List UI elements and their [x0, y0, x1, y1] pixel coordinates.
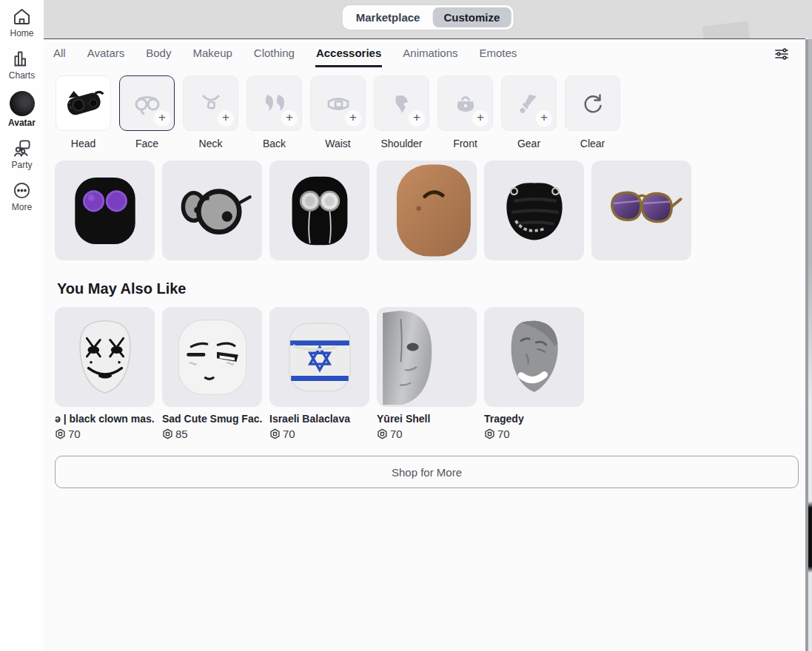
sad-smug-face-thumbnail — [168, 313, 257, 402]
tab-accessories[interactable]: Accessories — [315, 40, 382, 67]
item-price: 70 — [269, 428, 369, 440]
refresh-icon — [580, 91, 605, 116]
recommendation-card-yurei-shell[interactable] — [377, 307, 477, 407]
more-ellipsis-icon — [12, 181, 32, 200]
slot-label: Waist — [325, 138, 350, 149]
purple-aviator-sunglasses-thumbnail — [600, 169, 683, 252]
recommendation-item[interactable]: Tragedy 70 — [484, 307, 584, 440]
add-item-badge: + — [409, 110, 425, 127]
price-value: 85 — [175, 428, 188, 440]
recommendation-item[interactable]: ə | black clown mas... 70 — [55, 307, 155, 440]
vertical-scrollbar[interactable] — [805, 39, 808, 651]
slot-waist[interactable]: + Waist — [310, 75, 366, 149]
robux-icon — [269, 428, 281, 439]
slot-card-clear[interactable] — [565, 75, 620, 131]
slot-label: Shoulder — [380, 138, 422, 149]
tan-head-closed-eyes-thumbnail — [377, 161, 477, 260]
slot-card-neck[interactable]: + — [183, 75, 238, 131]
black-mask-purple-goggles-thumbnail — [64, 170, 146, 252]
slot-shoulder[interactable]: + Shoulder — [374, 75, 429, 149]
accessory-slot-row: Head + Face — [44, 67, 805, 149]
sidebar-item-charts[interactable]: Charts — [0, 49, 44, 81]
avatar-editor-app: Home Charts Avatar Party — [0, 0, 812, 651]
marketplace-toggle-button[interactable]: Marketplace — [345, 7, 432, 27]
item-black-face-mask-chain[interactable] — [484, 161, 584, 260]
israeli-balaclava-thumbnail — [278, 315, 362, 399]
price-value: 70 — [497, 428, 510, 440]
price-value: 70 — [283, 428, 295, 440]
slot-card-front[interactable]: + — [437, 75, 493, 131]
tab-body[interactable]: Body — [145, 40, 172, 67]
price-value: 70 — [390, 428, 403, 440]
slot-card-face[interactable]: + — [119, 75, 175, 131]
add-item-badge: + — [345, 110, 361, 127]
face-items-grid — [44, 149, 805, 260]
avatar-headshot — [10, 91, 35, 116]
slot-card-gear[interactable]: + — [501, 75, 557, 131]
recommendation-card-clown-mask[interactable] — [55, 307, 155, 407]
home-icon — [12, 7, 32, 27]
item-price: 70 — [484, 428, 584, 440]
tab-all[interactable]: All — [53, 40, 67, 67]
item-black-mask-purple-goggles[interactable] — [55, 161, 155, 260]
recommendation-card-israeli-balaclava[interactable] — [269, 307, 369, 407]
sidebar: Home Charts Avatar Party — [0, 0, 44, 651]
item-price: 85 — [162, 428, 262, 440]
avatar-3d-viewport: Marketplace Customize — [44, 0, 812, 38]
sidebar-item-avatar[interactable]: Avatar — [0, 91, 44, 128]
tab-avatars[interactable]: Avatars — [87, 40, 126, 67]
add-item-badge: + — [154, 110, 170, 127]
item-black-mask-earbuds[interactable] — [269, 161, 369, 260]
robux-icon — [162, 428, 173, 439]
party-people-icon — [12, 138, 32, 158]
slot-neck[interactable]: + Neck — [183, 75, 238, 149]
item-name: ə | black clown mas... — [55, 413, 155, 425]
slot-clear[interactable]: Clear — [565, 75, 620, 149]
slot-label: Head — [71, 138, 95, 149]
slot-back[interactable]: + Back — [246, 75, 302, 149]
item-name: Sad Cute Smug Fac... — [162, 413, 262, 425]
sidebar-item-party[interactable]: Party — [0, 138, 44, 170]
slot-gear[interactable]: + Gear — [501, 75, 557, 149]
tragedy-mask-thumbnail — [493, 316, 576, 399]
marketplace-customize-toggle: Marketplace Customize — [343, 5, 514, 30]
sidebar-item-label: Avatar — [8, 118, 36, 128]
item-oversized-gray-sunglasses[interactable] — [162, 161, 262, 260]
customize-toggle-button[interactable]: Customize — [432, 7, 511, 27]
sidebar-item-more[interactable]: More — [0, 181, 44, 212]
recommendation-card-smug-face[interactable] — [162, 307, 262, 407]
tab-animations[interactable]: Animations — [402, 40, 458, 67]
slot-card-waist[interactable]: + — [310, 75, 366, 131]
black-face-mask-chain-thumbnail — [494, 170, 575, 252]
slot-head[interactable]: Head — [56, 75, 111, 149]
add-item-badge: + — [536, 110, 552, 127]
filter-sliders-icon[interactable] — [773, 45, 791, 63]
slot-face[interactable]: + Face — [119, 75, 175, 149]
slot-front[interactable]: + Front — [437, 75, 493, 149]
item-purple-aviator-sunglasses[interactable] — [591, 161, 691, 260]
tab-clothing[interactable]: Clothing — [253, 40, 295, 67]
sidebar-item-label: More — [12, 202, 32, 212]
slot-card-head[interactable] — [56, 75, 111, 131]
tab-makeup[interactable]: Makeup — [192, 40, 232, 67]
add-item-badge: + — [472, 110, 489, 127]
robux-icon — [55, 428, 66, 439]
tab-emotes[interactable]: Emotes — [479, 40, 518, 67]
add-item-badge: + — [281, 110, 298, 127]
shop-for-more-button[interactable]: Shop for More — [55, 456, 799, 488]
slot-label: Front — [453, 138, 477, 149]
item-tan-head-closed-eyes[interactable] — [377, 161, 477, 260]
equipped-headgear-thumbnail — [61, 81, 107, 127]
slot-card-shoulder[interactable]: + — [374, 75, 429, 131]
slot-card-back[interactable]: + — [246, 75, 302, 131]
slot-label: Face — [135, 138, 158, 149]
recommendation-item[interactable]: Israeli Balaclava 70 — [269, 307, 369, 440]
recommendation-item[interactable]: Yūrei Shell 70 — [377, 307, 477, 440]
recommendation-item[interactable]: Sad Cute Smug Fac... 85 — [162, 307, 262, 440]
sidebar-item-label: Party — [11, 160, 32, 170]
recommendation-card-tragedy[interactable] — [484, 307, 584, 407]
black-mask-earbuds-thumbnail — [279, 170, 360, 252]
sidebar-item-home[interactable]: Home — [0, 7, 44, 38]
yurei-shell-mask-thumbnail — [377, 307, 477, 407]
item-name: Israeli Balaclava — [269, 413, 369, 425]
